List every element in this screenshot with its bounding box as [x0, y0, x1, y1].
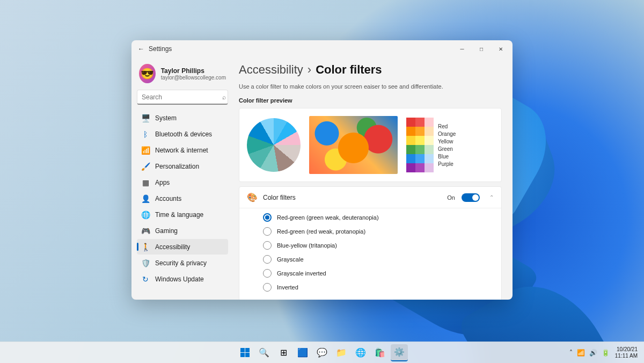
maximize-button[interactable]: □ [472, 41, 491, 56]
color-filters-toggle[interactable] [462, 193, 480, 202]
close-button[interactable]: ✕ [491, 41, 510, 56]
chevron-up-icon: ⌃ [489, 194, 494, 200]
radio-icon [263, 283, 272, 292]
color-filters-card: 🎨 Color filters On ⌃ Red-green (green we… [239, 186, 502, 300]
bluetooth-icon: ᛒ [141, 130, 150, 139]
radio-grayscale-inverted[interactable]: Grayscale inverted [263, 266, 494, 280]
nav-bluetooth[interactable]: ᛒBluetooth & devices [137, 126, 228, 142]
system-tray[interactable]: ˄ 📶 🔊 🔋 [569, 349, 610, 357]
radio-icon [263, 241, 272, 250]
nav-system[interactable]: 🖥️System [137, 110, 228, 126]
accessibility-icon: 🚶 [141, 243, 150, 251]
chat-icon[interactable]: 💬 [313, 344, 331, 361]
minimize-button[interactable]: ─ [452, 41, 472, 56]
radio-inverted[interactable]: Inverted [263, 280, 494, 294]
nav-time[interactable]: 🌐Time & language [137, 207, 228, 222]
radio-icon [263, 255, 272, 264]
nav-update[interactable]: ↻Windows Update [137, 271, 228, 287]
edge-icon[interactable]: 🌐 [352, 344, 369, 361]
wifi-icon: 📶 [141, 146, 150, 155]
search-input[interactable] [142, 93, 222, 101]
radio-protanopia[interactable]: Red-green (red weak, protanopia) [263, 224, 494, 238]
search-box[interactable]: ⌕ [137, 90, 228, 105]
tray-chevron-icon[interactable]: ˄ [569, 349, 573, 357]
preview-heading: Color filter preview [239, 97, 502, 104]
radio-icon [263, 213, 272, 222]
battery-tray-icon[interactable]: 🔋 [602, 349, 610, 357]
titlebar: ← Settings ─ □ ✕ [131, 40, 513, 57]
accounts-icon: 👤 [141, 194, 150, 203]
wifi-tray-icon[interactable]: 📶 [577, 349, 585, 357]
color-filters-header[interactable]: 🎨 Color filters On ⌃ [239, 187, 501, 208]
explorer-icon[interactable]: 📁 [333, 344, 350, 361]
nav-privacy[interactable]: 🛡️Security & privacy [137, 255, 228, 271]
taskbar-clock[interactable]: 10/20/21 11:11 AM [615, 346, 638, 359]
store-icon[interactable]: 🛍️ [371, 344, 389, 361]
apps-icon: ▦ [141, 178, 150, 187]
gaming-icon: 🎮 [141, 227, 150, 235]
radio-icon [263, 227, 272, 236]
page-description: Use a color filter to make colors on you… [239, 83, 502, 90]
main-content: Accessibility › Color filters Use a colo… [233, 57, 513, 300]
radio-grayscale[interactable]: Grayscale [263, 252, 494, 266]
user-email: taylor@bellowscollege.com [161, 75, 226, 81]
avatar: 😎 [139, 64, 156, 83]
color-wheel [247, 118, 301, 172]
globe-icon: 🌐 [141, 210, 150, 219]
preview-card: Red Orange Yellow Green Blue Purple [239, 108, 502, 182]
sidebar: 😎 Taylor Phillips taylor@bellowscollege.… [131, 57, 233, 300]
nav-personalization[interactable]: 🖌️Personalization [137, 158, 228, 174]
user-profile[interactable]: 😎 Taylor Phillips taylor@bellowscollege.… [137, 61, 228, 90]
page-title: Color filters [316, 63, 382, 77]
widgets-icon[interactable]: 🟦 [294, 344, 311, 361]
window-title: Settings [149, 45, 452, 53]
radio-tritanopia[interactable]: Blue-yellow (tritanopia) [263, 238, 494, 252]
palette-icon: 🎨 [247, 192, 257, 202]
settings-taskbar-icon[interactable]: ⚙️ [391, 344, 408, 361]
update-icon: ↻ [141, 275, 150, 284]
radio-icon [263, 269, 272, 278]
settings-window: ← Settings ─ □ ✕ 😎 Taylor Phillips taylo… [131, 40, 513, 300]
color-swatches: Red Orange Yellow Green Blue Purple [406, 118, 456, 172]
system-icon: 🖥️ [141, 114, 150, 122]
radio-deuteranopia[interactable]: Red-green (green weak, deuteranopia) [263, 210, 494, 224]
user-name: Taylor Phillips [161, 67, 226, 75]
sample-photo [309, 116, 398, 174]
shield-icon: 🛡️ [141, 259, 150, 267]
search-icon: ⌕ [222, 93, 226, 101]
nav-apps[interactable]: ▦Apps [137, 175, 228, 190]
filter-options: Red-green (green weak, deuteranopia) Red… [239, 208, 501, 300]
task-view-icon[interactable]: ⊞ [275, 344, 292, 361]
nav-accounts[interactable]: 👤Accounts [137, 191, 228, 206]
nav-gaming[interactable]: 🎮Gaming [137, 223, 228, 238]
volume-tray-icon[interactable]: 🔊 [589, 349, 597, 357]
start-button[interactable] [236, 344, 253, 361]
taskbar-search-icon[interactable]: 🔍 [255, 344, 273, 361]
brush-icon: 🖌️ [141, 162, 150, 171]
nav-accessibility[interactable]: 🚶Accessibility [137, 239, 228, 255]
taskbar: 🔍 ⊞ 🟦 💬 📁 🌐 🛍️ ⚙️ ˄ 📶 🔊 🔋 10/20/21 11:11… [0, 342, 644, 363]
back-button[interactable]: ← [134, 45, 149, 53]
breadcrumb-parent[interactable]: Accessibility [239, 63, 303, 77]
breadcrumb: Accessibility › Color filters [239, 63, 502, 77]
nav-network[interactable]: 📶Network & internet [137, 142, 228, 158]
